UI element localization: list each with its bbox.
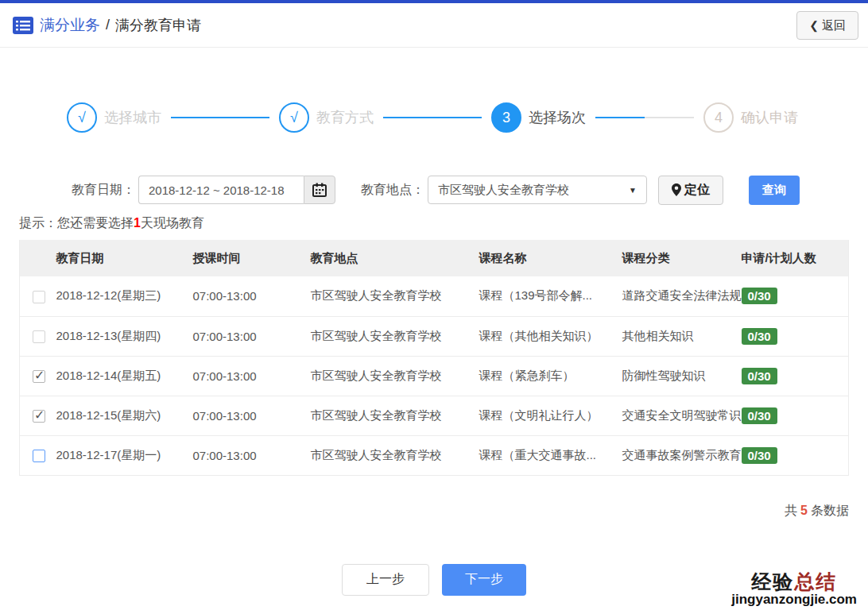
step-confirm-application: 4 确认申请 xyxy=(703,102,798,133)
location-select-value: 市区驾驶人安全教育学校 xyxy=(438,183,629,198)
cell-course: 课程（重大交通事故... xyxy=(479,435,622,475)
table-row[interactable]: 2018-12-13(星期四) 07:00-13:00 市区驾驶人安全教育学校 … xyxy=(20,316,849,356)
sessions-table: 教育日期 授课时间 教育地点 课程名称 课程分类 申请/计划人数 2018-12… xyxy=(19,240,849,476)
step-connector-1 xyxy=(171,117,269,118)
hint-suffix: 天现场教育 xyxy=(141,216,204,230)
education-location-label: 教育地点： xyxy=(361,182,424,199)
cell-category: 交通安全文明驾驶常识 xyxy=(622,396,742,435)
cell-time: 07:00-13:00 xyxy=(193,276,311,316)
table-row[interactable]: 2018-12-15(星期六) 07:00-13:00 市区驾驶人安全教育学校 … xyxy=(20,396,849,435)
cell-time: 07:00-13:00 xyxy=(193,435,311,475)
cell-course: 课程（139号部令解... xyxy=(479,276,622,316)
cell-time: 07:00-13:00 xyxy=(193,396,311,435)
watermark-title: 经验总结 xyxy=(731,571,857,593)
cell-location: 市区驾驶人安全教育学校 xyxy=(311,276,479,316)
cell-location: 市区驾驶人安全教育学校 xyxy=(311,435,479,475)
total-number: 5 xyxy=(800,504,808,517)
row-checkbox[interactable] xyxy=(33,370,45,383)
col-header-category: 课程分类 xyxy=(622,240,742,276)
locate-button[interactable]: 定位 xyxy=(658,176,723,205)
step-2-indicator: √ xyxy=(279,102,309,133)
filter-bar: 教育日期： 教育地点： 市区驾驶人安全教育学校 ▼ 定位 查询 xyxy=(72,176,868,204)
back-button[interactable]: ❮ 返回 xyxy=(796,11,858,40)
col-header-date: 教育日期 xyxy=(56,240,193,276)
total-suffix: 条数据 xyxy=(811,504,849,517)
site-watermark: 经验总结 jingyanzongjie.com xyxy=(731,571,857,608)
cell-course: 课程（文明礼让行人） xyxy=(479,396,622,435)
step-select-session: 3 选择场次 xyxy=(491,102,586,133)
hint-prefix: 提示：您还需要选择 xyxy=(19,216,134,230)
step-1-label: 选择城市 xyxy=(104,108,161,127)
cell-location: 市区驾驶人安全教育学校 xyxy=(311,356,479,396)
date-range-input[interactable] xyxy=(138,176,304,204)
row-checkbox[interactable] xyxy=(33,330,45,343)
step-1-indicator: √ xyxy=(67,102,97,133)
page-header: 满分业务 / 满分教育申请 ❮ 返回 xyxy=(0,3,868,48)
cell-category: 其他相关知识 xyxy=(622,316,742,356)
table-row[interactable]: 2018-12-12(星期三) 07:00-13:00 市区驾驶人安全教育学校 … xyxy=(20,276,849,316)
watermark-title-red: 总结 xyxy=(794,570,837,593)
search-button[interactable]: 查询 xyxy=(749,176,800,205)
date-range-group xyxy=(138,176,335,204)
cell-time: 07:00-13:00 xyxy=(193,356,311,396)
breadcrumb-section[interactable]: 满分业务 xyxy=(40,15,100,36)
chevron-down-icon: ▼ xyxy=(629,186,637,195)
cell-date: 2018-12-12(星期三) xyxy=(56,276,193,316)
row-checkbox[interactable] xyxy=(33,450,45,462)
sessions-table-wrap: 教育日期 授课时间 教育地点 课程名称 课程分类 申请/计划人数 2018-12… xyxy=(19,240,849,476)
total-prefix: 共 xyxy=(785,504,797,517)
capacity-badge: 0/30 xyxy=(742,447,777,464)
cell-date: 2018-12-15(星期六) xyxy=(56,396,193,435)
education-date-label: 教育日期： xyxy=(72,182,135,199)
back-label: 返回 xyxy=(822,18,846,33)
hint-text: 提示：您还需要选择1天现场教育 xyxy=(19,215,849,232)
previous-step-button[interactable]: 上一步 xyxy=(342,564,429,596)
cell-time: 07:00-13:00 xyxy=(193,316,311,356)
hint-days-highlight: 1 xyxy=(134,216,141,230)
step-3-label: 选择场次 xyxy=(529,108,586,127)
cell-location: 市区驾驶人安全教育学校 xyxy=(311,316,479,356)
cell-date: 2018-12-13(星期四) xyxy=(56,316,193,356)
capacity-badge: 0/30 xyxy=(742,328,777,345)
step-select-city: √ 选择城市 xyxy=(67,102,161,133)
watermark-title-black: 经验 xyxy=(751,570,794,593)
row-checkbox[interactable] xyxy=(33,291,45,303)
step-3-indicator: 3 xyxy=(491,102,521,133)
cell-category: 交通事故案例警示教育 xyxy=(622,435,742,475)
col-header-course: 课程名称 xyxy=(479,240,622,276)
next-step-button[interactable]: 下一步 xyxy=(442,564,526,596)
list-icon xyxy=(13,17,33,34)
location-pin-icon xyxy=(672,183,681,196)
cell-course: 课程（其他相关知识） xyxy=(479,316,622,356)
table-row[interactable]: 2018-12-14(星期五) 07:00-13:00 市区驾驶人安全教育学校 … xyxy=(20,356,849,396)
locate-label: 定位 xyxy=(684,182,710,199)
capacity-badge: 0/30 xyxy=(742,407,777,424)
calendar-icon[interactable] xyxy=(304,176,335,204)
col-header-location: 教育地点 xyxy=(311,240,479,276)
cell-category: 道路交通安全法律法规 xyxy=(622,276,742,316)
col-header-count: 申请/计划人数 xyxy=(742,240,849,276)
step-connector-2 xyxy=(383,117,482,118)
cell-date: 2018-12-14(星期五) xyxy=(56,356,193,396)
capacity-badge: 0/30 xyxy=(742,288,777,304)
watermark-domain: jingyanzongjie.com xyxy=(731,593,857,608)
back-chevron-icon: ❮ xyxy=(809,19,819,32)
cell-category: 防御性驾驶知识 xyxy=(622,356,742,396)
capacity-badge: 0/30 xyxy=(742,368,777,384)
total-count: 共5条数据 xyxy=(19,503,849,519)
header-checkbox-col xyxy=(20,240,56,276)
step-4-label: 确认申请 xyxy=(741,108,798,127)
cell-date: 2018-12-17(星期一) xyxy=(56,435,193,475)
table-row[interactable]: 2018-12-17(星期一) 07:00-13:00 市区驾驶人安全教育学校 … xyxy=(20,435,849,475)
col-header-time: 授课时间 xyxy=(193,240,311,276)
step-connector-3 xyxy=(595,117,694,118)
stepper: √ 选择城市 √ 教育方式 3 选择场次 4 确认申请 xyxy=(67,102,798,133)
step-education-mode: √ 教育方式 xyxy=(279,102,374,133)
breadcrumb-separator: / xyxy=(106,17,110,33)
cell-location: 市区驾驶人安全教育学校 xyxy=(311,396,479,435)
row-checkbox[interactable] xyxy=(33,410,45,423)
location-select[interactable]: 市区驾驶人安全教育学校 ▼ xyxy=(428,176,647,204)
cell-course: 课程（紧急刹车） xyxy=(479,356,622,396)
step-2-label: 教育方式 xyxy=(316,108,374,127)
table-header-row: 教育日期 授课时间 教育地点 课程名称 课程分类 申请/计划人数 xyxy=(20,240,849,276)
